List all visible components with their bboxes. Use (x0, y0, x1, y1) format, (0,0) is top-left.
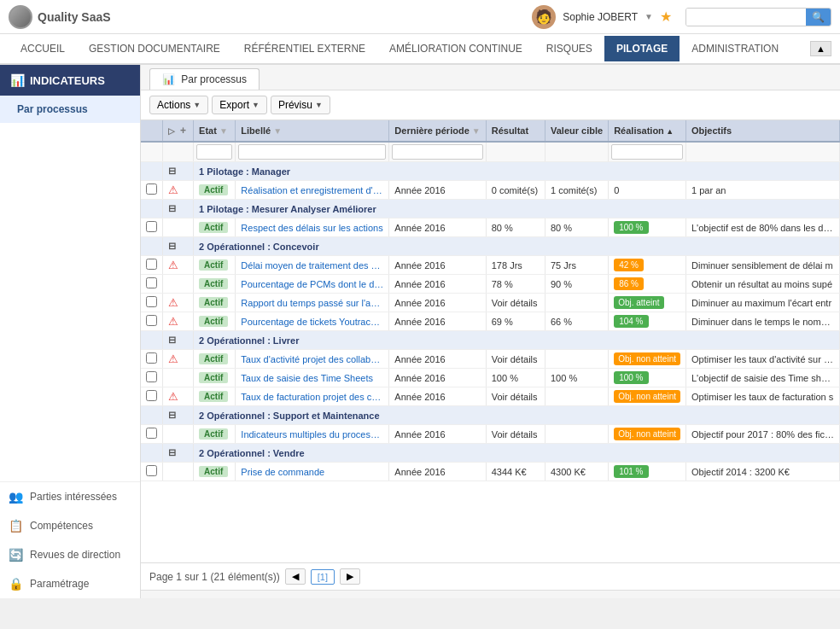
row-libelle-cell[interactable]: Pourcentage de tickets Youtrack réouvert… (236, 312, 389, 331)
row-objectifs-cell: 1 par an (686, 181, 840, 200)
collapse-icon[interactable]: ⊟ (168, 166, 176, 176)
filter-etat-input[interactable] (196, 144, 232, 160)
row-resultat-cell: 4344 K€ (486, 463, 545, 481)
nav-item-administration[interactable]: ADMINISTRATION (680, 36, 790, 61)
sidebar-item-par-processus[interactable]: Par processus (0, 96, 140, 123)
sidebar-item-parties[interactable]: 👥 Parties intéressées (0, 482, 140, 511)
group-row[interactable]: ⊟ 2 Opérationnel : Livrer (141, 331, 840, 350)
row-libelle-cell[interactable]: Réalisation et enregistrement d'un comit… (236, 181, 389, 200)
filter-libelle-input[interactable] (238, 144, 386, 160)
expand-all-icon[interactable]: ▷ (168, 126, 175, 136)
row-checkbox[interactable] (146, 221, 157, 232)
status-badge: Actif (199, 184, 228, 195)
row-checkbox[interactable] (146, 390, 157, 401)
actions-button[interactable]: Actions ▼ (149, 96, 208, 114)
th-etat[interactable]: Etat ▼ (194, 120, 236, 142)
nav-item-accueil[interactable]: ACCUEIL (9, 36, 77, 61)
row-expand-cell (163, 369, 194, 387)
group-collapse-cell: ⊟ (163, 162, 194, 181)
group-row[interactable]: ⊟ 1 Pilotage : Mesurer Analyser Améliore… (141, 200, 840, 218)
nav-collapse-button[interactable]: ▲ (810, 41, 831, 56)
nav-item-amelioration[interactable]: AMÉLIORATION CONTINUE (377, 36, 534, 61)
group-row[interactable]: ⊟ 2 Opérationnel : Concevoir (141, 237, 840, 256)
th-expand: ▷ + (163, 120, 194, 142)
row-objectifs-cell: Optimiser les taux d'activité sur les (686, 350, 840, 369)
nav-item-referentiel[interactable]: RÉFÉRENTIEL EXTERNE (232, 36, 377, 61)
row-periode-cell: Année 2016 (389, 369, 486, 387)
row-checkbox[interactable] (146, 277, 157, 288)
th-resultat[interactable]: Résultat (486, 120, 545, 142)
th-objectifs[interactable]: Objectifs (686, 120, 840, 142)
th-cible[interactable]: Valeur cible (545, 120, 609, 142)
parametrage-label: Paramétrage (30, 578, 89, 590)
th-realisation[interactable]: Réalisation (609, 120, 686, 142)
group-row[interactable]: ⊟ 2 Opérationnel : Vendre (141, 444, 840, 463)
row-checkbox[interactable] (146, 371, 157, 382)
group-row[interactable]: ⊟ 2 Opérationnel : Support et Maintenanc… (141, 406, 840, 425)
horizontal-scrollbar[interactable] (141, 590, 840, 598)
pagination-prev-button[interactable]: ◀ (285, 568, 306, 585)
row-libelle-cell[interactable]: Taux d'activité projet des collaborateur… (236, 350, 389, 369)
parties-label: Parties intéressées (30, 491, 117, 503)
search-input[interactable] (686, 9, 806, 26)
group-collapse-cell: ⊟ (163, 406, 194, 425)
row-checkbox[interactable] (146, 352, 157, 364)
th-libelle[interactable]: Libellé ▼ (236, 120, 389, 142)
pagination-next-button[interactable]: ▶ (340, 568, 360, 585)
tab-par-processus[interactable]: 📊 Par processus (149, 68, 260, 90)
row-libelle-cell[interactable]: Taux de saisie des Time Sheets (236, 369, 389, 387)
collapse-icon[interactable]: ⊟ (168, 447, 176, 457)
collapse-icon[interactable]: ⊟ (168, 203, 176, 213)
row-etat-cell: Actif (194, 463, 236, 481)
row-libelle-cell[interactable]: Indicateurs multiples du processus SUPPO… (236, 425, 389, 444)
th-periode[interactable]: Dernière période ▼ (389, 120, 486, 142)
row-checkbox[interactable] (146, 315, 157, 326)
pagination-current-page[interactable]: [1] (311, 569, 335, 585)
row-libelle-cell[interactable]: Taux de facturation projet des collabora… (236, 387, 389, 406)
previsu-button[interactable]: Prévisu ▼ (271, 96, 330, 114)
table-row: ⚠ Actif Réalisation et enregistrement d'… (141, 181, 840, 200)
row-checkbox[interactable] (146, 296, 157, 307)
favorites-icon[interactable]: ★ (660, 9, 672, 25)
row-libelle-cell[interactable]: Respect des délais sur les actions (236, 218, 389, 237)
row-libelle-cell[interactable]: Pourcentage de PCMs dont le développemen… (236, 275, 389, 294)
realisation-badge: 101 % (614, 465, 648, 478)
sidebar-item-parametrage[interactable]: 🔒 Paramétrage (0, 569, 140, 598)
filter-realisation-input[interactable] (611, 144, 683, 160)
collapse-icon[interactable]: ⊟ (168, 335, 176, 345)
search-button[interactable]: 🔍 (806, 9, 831, 26)
sidebar-item-competences[interactable]: 📋 Compétences (0, 511, 140, 540)
row-checkbox[interactable] (146, 259, 157, 270)
add-icon[interactable]: + (180, 125, 186, 137)
row-objectifs-cell: Objectif 2014 : 3200 K€ (686, 463, 840, 481)
row-libelle-cell[interactable]: Prise de commande (236, 463, 389, 481)
collapse-icon[interactable]: ⊟ (168, 410, 176, 420)
group-row[interactable]: ⊟ 1 Pilotage : Manager (141, 162, 840, 181)
group-label: 1 Pilotage : Mesurer Analyser Améliorer (194, 200, 840, 218)
row-cible-cell (545, 350, 609, 369)
alert-icon: ⚠ (168, 352, 178, 365)
content-area: 📊 Par processus Actions ▼ Export ▼ Prévi… (141, 65, 840, 598)
nav-item-risques[interactable]: RISQUES (534, 36, 604, 61)
row-libelle-cell[interactable]: Rapport du temps passé sur l'activité Yo… (236, 294, 389, 312)
row-libelle-cell[interactable]: Délai moyen de traitement des PCMs (236, 256, 389, 275)
nav-item-gestion[interactable]: GESTION DOCUMENTAIRE (77, 36, 232, 61)
row-cible-cell: 75 Jrs (545, 256, 609, 275)
filter-objectifs-cell (686, 142, 840, 162)
chevron-down-icon[interactable]: ▼ (645, 12, 653, 21)
filter-periode-input[interactable] (392, 144, 482, 160)
row-etat-cell: Actif (194, 275, 236, 294)
nav-item-pilotage[interactable]: PILOTAGE (604, 36, 680, 61)
sidebar-item-revues[interactable]: 🔄 Revues de direction (0, 540, 140, 569)
row-cible-cell (545, 294, 609, 312)
export-button[interactable]: Export ▼ (212, 96, 267, 114)
actions-caret-icon: ▼ (193, 101, 201, 109)
row-checkbox[interactable] (146, 465, 157, 476)
row-checkbox[interactable] (146, 183, 157, 195)
export-label: Export (219, 99, 249, 111)
row-etat-cell: Actif (194, 218, 236, 237)
row-checkbox[interactable] (146, 428, 157, 439)
collapse-icon[interactable]: ⊟ (168, 241, 176, 251)
table-row: ⚠ Actif Pourcentage de tickets Youtrack … (141, 312, 840, 331)
row-expand-cell (163, 218, 194, 237)
